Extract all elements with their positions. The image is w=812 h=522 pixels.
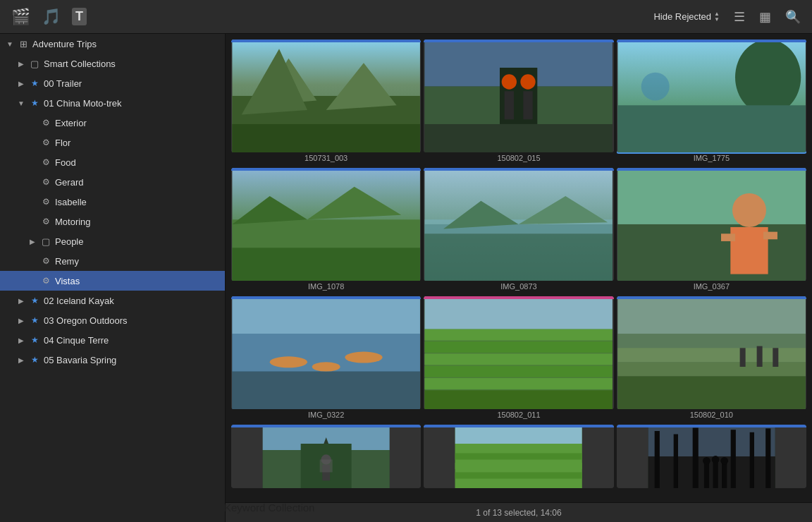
browser: 150731_003 1508 bbox=[226, 34, 812, 522]
sidebar-item-remy[interactable]: Remy bbox=[0, 251, 225, 271]
svg-rect-77 bbox=[673, 434, 677, 488]
svg-rect-76 bbox=[654, 431, 659, 488]
svg-point-15 bbox=[735, 40, 801, 115]
svg-point-31 bbox=[732, 193, 766, 227]
thumbnail-label: 150802_011 bbox=[424, 409, 613, 422]
arrow-icon bbox=[6, 40, 14, 48]
sidebar-item-label: 01 China Moto-trek bbox=[44, 98, 122, 109]
sidebar-item-label: 00 Trailer bbox=[44, 78, 82, 89]
svg-rect-33 bbox=[721, 233, 735, 241]
thumbnail-item[interactable]: IMG_0873 bbox=[424, 168, 613, 293]
keyword-icon bbox=[39, 255, 52, 267]
thumbnail-label: IMG_1775 bbox=[617, 152, 806, 165]
sidebar-item-label: Gerard bbox=[55, 177, 83, 188]
svg-point-10 bbox=[502, 74, 517, 89]
thumbnail-item[interactable]: 150802_015 bbox=[424, 40, 613, 165]
arrow-icon bbox=[17, 356, 25, 364]
svg-rect-84 bbox=[713, 461, 718, 488]
sort-arrows-icon: ▲▼ bbox=[714, 11, 720, 23]
status-bar: 1 of 13 selected, 14:06 bbox=[226, 502, 812, 522]
star-icon bbox=[28, 294, 41, 307]
keyword-icon bbox=[39, 116, 52, 129]
svg-point-83 bbox=[703, 457, 710, 465]
list-view-icon[interactable]: ☰ bbox=[734, 9, 745, 25]
sidebar-item-00-trailer[interactable]: 00 Trailer bbox=[0, 73, 225, 93]
sidebar-item-smart-collections[interactable]: Smart Collections bbox=[0, 54, 225, 73]
thumbnail-item[interactable]: IMG_0367 bbox=[617, 168, 806, 293]
svg-rect-13 bbox=[524, 91, 533, 119]
title-icon[interactable]: T bbox=[72, 8, 87, 25]
sidebar-item-label: Isabelle bbox=[55, 197, 87, 207]
toolbar-left: 🎬 🎵 T bbox=[11, 8, 87, 26]
thumbnail-label: 150802_015 bbox=[424, 152, 613, 165]
sidebar-item-vistas[interactable]: Vistas bbox=[0, 271, 225, 291]
sidebar-item-label: Vistas bbox=[55, 276, 80, 286]
arrow-icon bbox=[17, 297, 25, 305]
svg-rect-79 bbox=[730, 430, 735, 488]
thumbnail-image bbox=[617, 296, 806, 409]
sidebar-item-gerard[interactable]: Gerard bbox=[0, 172, 225, 192]
keyword-icon bbox=[39, 156, 52, 169]
thumbnail-grid: 150731_003 1508 bbox=[226, 34, 812, 502]
sidebar-item-01-china[interactable]: 01 China Moto-trek bbox=[0, 93, 225, 113]
svg-point-85 bbox=[711, 456, 719, 463]
search-icon[interactable]: 🔍 bbox=[785, 9, 801, 25]
sidebar-item-people[interactable]: People bbox=[0, 231, 225, 251]
sidebar-item-flor[interactable]: Flor bbox=[0, 133, 225, 152]
star-icon bbox=[28, 314, 41, 327]
sidebar-item-04-cinque[interactable]: 04 Cinque Terre bbox=[0, 330, 225, 350]
sidebar-item-exterior[interactable]: Exterior bbox=[0, 113, 225, 133]
svg-rect-56 bbox=[739, 348, 745, 367]
svg-rect-82 bbox=[704, 463, 709, 488]
sidebar-item-label: People bbox=[55, 236, 83, 247]
thumbnail-item[interactable]: IMG_1078 bbox=[231, 168, 421, 293]
svg-rect-55 bbox=[617, 376, 806, 409]
svg-rect-16 bbox=[617, 105, 806, 152]
clapper-icon[interactable]: 🎬 bbox=[11, 8, 30, 26]
grid-view-icon[interactable]: ▦ bbox=[759, 9, 771, 25]
sidebar-item-05-bavaria[interactable]: 05 Bavaria Spring bbox=[0, 350, 225, 370]
thumbnail-image bbox=[231, 296, 421, 409]
svg-point-40 bbox=[345, 351, 382, 363]
arrow-icon bbox=[17, 99, 25, 107]
thumbnail-image bbox=[231, 425, 421, 488]
thumbnail-item[interactable]: IMG_0322 bbox=[231, 296, 421, 422]
sidebar-item-isabelle[interactable]: Isabelle bbox=[0, 192, 225, 212]
sidebar-item-02-iceland[interactable]: 02 Iceland Kayak bbox=[0, 291, 225, 310]
svg-rect-34 bbox=[763, 232, 777, 240]
sidebar-item-label: 05 Bavaria Spring bbox=[44, 355, 116, 365]
star-icon bbox=[28, 97, 41, 109]
svg-rect-51 bbox=[617, 296, 806, 334]
thumbnail-item[interactable]: IMG_1775 bbox=[617, 40, 806, 165]
svg-rect-74 bbox=[648, 425, 775, 456]
sidebar-item-03-oregon[interactable]: 03 Oregon Outdoors bbox=[0, 310, 225, 330]
sidebar-item-adventure-trips[interactable]: Adventure Trips bbox=[0, 34, 225, 54]
sidebar-item-food[interactable]: Food bbox=[0, 152, 225, 172]
svg-rect-75 bbox=[648, 456, 775, 488]
sidebar-item-motoring[interactable]: Motoring bbox=[0, 212, 225, 231]
svg-rect-36 bbox=[232, 296, 420, 334]
thumbnail-label: IMG_0322 bbox=[231, 409, 421, 422]
keyword-icon bbox=[39, 274, 52, 287]
thumbnail-item[interactable] bbox=[617, 425, 806, 488]
svg-rect-80 bbox=[749, 432, 753, 488]
thumbnail-item[interactable] bbox=[231, 425, 421, 488]
svg-rect-12 bbox=[505, 91, 514, 119]
svg-rect-32 bbox=[730, 227, 768, 274]
keyword-icon bbox=[39, 195, 52, 208]
star-icon bbox=[28, 334, 41, 346]
svg-rect-71 bbox=[455, 463, 582, 469]
thumbnail-image bbox=[424, 40, 613, 152]
hide-rejected-button[interactable]: Hide Rejected ▲▼ bbox=[653, 11, 720, 23]
keyword-icon bbox=[39, 136, 52, 149]
thumbnail-item[interactable]: 150802_010 bbox=[617, 296, 806, 422]
thumbnail-item[interactable]: 150802_011 bbox=[424, 296, 613, 422]
thumbnail-item[interactable]: 150731_003 bbox=[231, 40, 421, 165]
status-text: 1 of 13 selected, 14:06 bbox=[476, 508, 561, 518]
svg-rect-46 bbox=[425, 353, 613, 365]
music-icon[interactable]: 🎵 bbox=[42, 8, 61, 26]
thumbnail-item[interactable] bbox=[424, 425, 613, 488]
arrow-icon bbox=[17, 336, 25, 344]
sidebar-item-label: Adventure Trips bbox=[32, 39, 97, 49]
thumbnail-image bbox=[617, 425, 806, 488]
